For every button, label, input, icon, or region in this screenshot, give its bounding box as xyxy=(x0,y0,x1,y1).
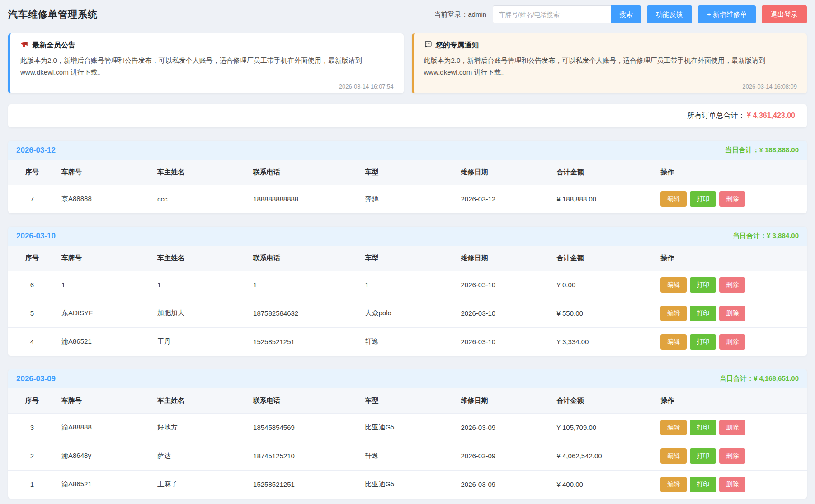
col-header-date: 维修日期 xyxy=(455,246,551,271)
delete-button[interactable]: 删除 xyxy=(719,277,745,293)
cell-ops: 编辑打印删除 xyxy=(655,470,807,499)
topbar: 汽车维修单管理系统 当前登录：admin 搜索 功能反馈 + 新增维修单 退出登… xyxy=(0,0,815,29)
edit-button[interactable]: 编辑 xyxy=(660,306,687,321)
col-header-owner: 车主姓名 xyxy=(152,246,248,271)
cell-date: 2026-03-10 xyxy=(455,299,551,327)
grand-total-bar: 所有订单总合计：¥ 4,361,423.00 xyxy=(8,104,807,127)
cell-date: 2026-03-09 xyxy=(455,413,551,442)
print-button[interactable]: 打印 xyxy=(690,448,716,464)
col-header-date: 维修日期 xyxy=(455,160,551,185)
print-button[interactable]: 打印 xyxy=(690,277,716,293)
day-total-label: 当日合计： xyxy=(720,374,754,382)
edit-button[interactable]: 编辑 xyxy=(660,448,687,464)
edit-button[interactable]: 编辑 xyxy=(660,334,687,350)
edit-button[interactable]: 编辑 xyxy=(660,191,687,207)
search-group: 搜索 xyxy=(493,5,641,23)
delete-button[interactable]: 删除 xyxy=(719,334,745,350)
col-header-plate: 车牌号 xyxy=(56,160,152,185)
search-button[interactable]: 搜索 xyxy=(611,5,641,23)
col-header-index: 序号 xyxy=(8,246,56,271)
search-input[interactable] xyxy=(493,5,611,23)
cell-index: 2 xyxy=(8,442,56,470)
announcement-title-row: 最新全员公告 xyxy=(20,40,394,50)
day-date: 2026-03-10 xyxy=(16,232,56,241)
orders-table: 序号 车牌号 车主姓名 联系电话 车型 维修日期 合计金额 操作 7 京A888… xyxy=(8,160,807,213)
print-button[interactable]: 打印 xyxy=(690,191,716,207)
day-total: 当日合计：¥ 3,884.00 xyxy=(733,232,799,240)
cell-ops: 编辑打印删除 xyxy=(655,442,807,470)
cell-amount: ¥ 0.00 xyxy=(551,271,655,299)
delete-button[interactable]: 删除 xyxy=(719,448,745,464)
cell-phone: 15258521251 xyxy=(248,470,359,499)
megaphone-icon xyxy=(20,40,28,50)
cell-owner: 好地方 xyxy=(152,413,248,442)
cell-plate: 渝A8648y xyxy=(56,442,152,470)
print-button[interactable]: 打印 xyxy=(690,420,716,435)
cell-amount: ¥ 400.00 xyxy=(551,470,655,499)
day-total-label: 当日合计： xyxy=(733,232,767,239)
announcement-title: 最新全员公告 xyxy=(32,41,75,50)
cell-owner: 加肥加大 xyxy=(152,299,248,327)
personal-notice-card: 您的专属通知 此版本为2.0，新增后台账号管理和公告发布，可以私发个人账号，适合… xyxy=(412,33,807,93)
cell-amount: ¥ 4,062,542.00 xyxy=(551,442,655,470)
col-header-date: 维修日期 xyxy=(455,388,551,414)
print-button[interactable]: 打印 xyxy=(690,334,716,350)
cell-amount: ¥ 188,888.00 xyxy=(551,185,655,213)
cell-phone: 188888888888 xyxy=(248,185,359,213)
cell-phone: 18745125210 xyxy=(248,442,359,470)
cell-date: 2026-03-12 xyxy=(455,185,551,213)
day-date: 2026-03-12 xyxy=(16,146,56,155)
cell-model: 轩逸 xyxy=(359,442,455,470)
notices-row: 最新全员公告 此版本为2.0，新增后台账号管理和公告发布，可以私发个人账号，适合… xyxy=(8,33,807,93)
print-button[interactable]: 打印 xyxy=(690,477,716,492)
table-header-row: 序号 车牌号 车主姓名 联系电话 车型 维修日期 合计金额 操作 xyxy=(8,246,807,271)
col-header-phone: 联系电话 xyxy=(248,246,359,271)
feedback-button[interactable]: 功能反馈 xyxy=(647,5,692,23)
day-date: 2026-03-09 xyxy=(16,374,56,383)
col-header-plate: 车牌号 xyxy=(56,388,152,414)
topbar-right: 当前登录：admin 搜索 功能反馈 + 新增维修单 退出登录 xyxy=(434,5,807,23)
col-header-amount: 合计金额 xyxy=(551,246,655,271)
day-total-amount: ¥ 3,884.00 xyxy=(767,232,799,239)
delete-button[interactable]: 删除 xyxy=(719,191,745,207)
cell-model: 比亚迪G5 xyxy=(359,470,455,499)
cell-ops: 编辑打印删除 xyxy=(655,327,807,356)
cell-phone: 15258521251 xyxy=(248,327,359,356)
cell-owner: 1 xyxy=(152,271,248,299)
table-row: 6 1 1 1 1 2026-03-10 ¥ 0.00 编辑打印删除 xyxy=(8,271,807,299)
cell-date: 2026-03-09 xyxy=(455,470,551,499)
edit-button[interactable]: 编辑 xyxy=(660,477,687,492)
print-button[interactable]: 打印 xyxy=(690,306,716,321)
table-row: 2 渝A8648y 萨达 18745125210 轩逸 2026-03-09 ¥… xyxy=(8,442,807,470)
orders-table: 序号 车牌号 车主姓名 联系电话 车型 维修日期 合计金额 操作 6 1 1 1… xyxy=(8,246,807,356)
cell-plate: 渝A86521 xyxy=(56,327,152,356)
day-total-amount: ¥ 4,168,651.00 xyxy=(754,374,799,382)
cell-model: 大众polo xyxy=(359,299,455,327)
cell-phone: 18545854569 xyxy=(248,413,359,442)
day-header: 2026-03-12 当日合计：¥ 188,888.00 xyxy=(8,141,807,160)
grand-total-label: 所有订单总合计： xyxy=(687,112,745,119)
col-header-index: 序号 xyxy=(8,388,56,414)
col-header-ops: 操作 xyxy=(655,160,807,185)
col-header-model: 车型 xyxy=(359,246,455,271)
edit-button[interactable]: 编辑 xyxy=(660,420,687,435)
cell-owner: 王麻子 xyxy=(152,470,248,499)
day-total-amount: ¥ 188,888.00 xyxy=(759,146,799,154)
cell-amount: ¥ 550.00 xyxy=(551,299,655,327)
delete-button[interactable]: 删除 xyxy=(719,477,745,492)
add-repair-order-button[interactable]: + 新增维修单 xyxy=(698,5,756,23)
cell-index: 4 xyxy=(8,327,56,356)
delete-button[interactable]: 删除 xyxy=(719,306,745,321)
edit-button[interactable]: 编辑 xyxy=(660,277,687,293)
cell-date: 2026-03-10 xyxy=(455,271,551,299)
col-header-model: 车型 xyxy=(359,160,455,185)
cell-index: 6 xyxy=(8,271,56,299)
delete-button[interactable]: 删除 xyxy=(719,420,745,435)
logout-button[interactable]: 退出登录 xyxy=(762,5,807,23)
day-total: 当日合计：¥ 4,168,651.00 xyxy=(720,374,799,383)
day-section-2026-03-12: 2026-03-12 当日合计：¥ 188,888.00 序号 车牌号 车主姓名… xyxy=(8,141,807,213)
personal-notice-title-row: 您的专属通知 xyxy=(424,40,797,50)
cell-model: 轩逸 xyxy=(359,327,455,356)
cell-plate: 东ADISYF xyxy=(56,299,152,327)
cell-date: 2026-03-10 xyxy=(455,327,551,356)
